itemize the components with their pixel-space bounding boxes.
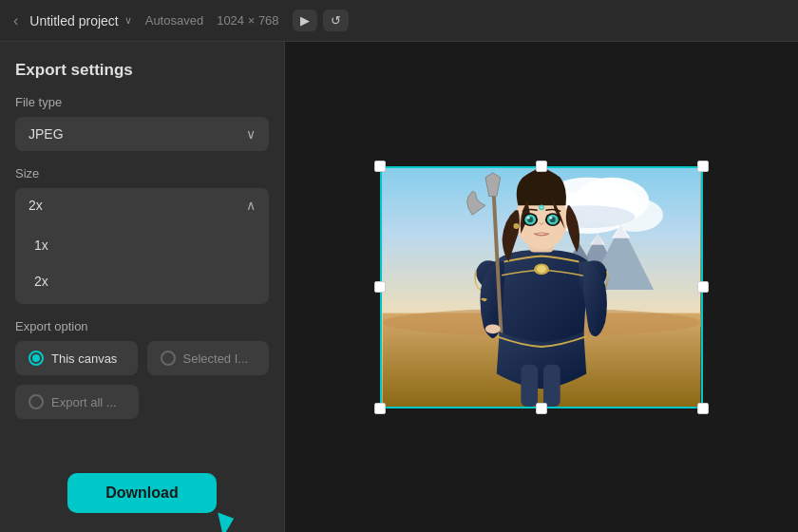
file-type-label: File type	[15, 95, 269, 109]
size-option-2x[interactable]: 2x	[21, 264, 263, 298]
handle-bottom-right[interactable]	[697, 403, 709, 414]
file-type-group: File type JPEG ∨	[15, 95, 269, 151]
size-group: Size 2x ∧ 1x 2x	[15, 166, 269, 304]
play-button[interactable]: ▶	[293, 10, 317, 31]
export-option-group: Export option This canvas Selected I...	[15, 319, 269, 419]
canvas-image[interactable]	[380, 166, 703, 408]
this-canvas-radio[interactable]	[28, 351, 44, 366]
canvas-area	[285, 42, 798, 532]
handle-top-left[interactable]	[374, 161, 386, 172]
svg-point-22	[527, 216, 530, 218]
download-button[interactable]: Download	[67, 473, 216, 513]
svg-point-32	[485, 324, 501, 333]
reset-button[interactable]: ↺	[323, 10, 349, 31]
svg-rect-30	[521, 364, 538, 406]
autosaved-badge: Autosaved	[145, 13, 203, 28]
export-bottom-row: Export all ...	[15, 385, 269, 419]
export-all-label: Export all ...	[51, 395, 117, 409]
this-canvas-label: This canvas	[51, 352, 117, 366]
option-selected[interactable]: Selected I...	[147, 341, 270, 375]
export-panel: Export settings File type JPEG ∨ Size 2x…	[0, 42, 285, 532]
resolution-badge: 1024 × 768	[217, 13, 278, 28]
handle-bottom-mid[interactable]	[536, 403, 547, 414]
back-chevron[interactable]: ‹	[8, 9, 24, 33]
size-options-list: 1x 2x	[15, 222, 269, 304]
top-bar-left: ‹ Untitled project ∨ Autosaved 1024 × 76…	[8, 9, 349, 33]
size-dropdown[interactable]: 2x ∧ 1x 2x	[15, 188, 269, 304]
project-dropdown-icon[interactable]: ∨	[124, 14, 132, 27]
export-top-row: This canvas Selected I...	[15, 341, 269, 375]
handle-mid-right[interactable]	[697, 281, 709, 293]
export-all-radio[interactable]	[28, 394, 44, 409]
top-bar-actions: ▶ ↺	[293, 10, 349, 31]
download-area: Download	[15, 473, 269, 513]
file-type-value: JPEG	[28, 126, 64, 142]
project-name: Untitled project	[29, 13, 118, 28]
option-this-canvas[interactable]: This canvas	[15, 341, 138, 375]
size-dropdown-trigger[interactable]: 2x ∧	[15, 188, 269, 222]
export-option-label: Export option	[15, 319, 269, 333]
size-option-1x[interactable]: 1x	[21, 228, 263, 262]
svg-rect-31	[543, 364, 560, 406]
size-chevron-icon: ∧	[246, 198, 256, 213]
top-bar: ‹ Untitled project ∨ Autosaved 1024 × 76…	[0, 0, 798, 42]
export-options: This canvas Selected I... Export all ...	[15, 341, 269, 419]
svg-point-26	[549, 216, 552, 218]
handle-top-right[interactable]	[697, 161, 709, 172]
size-label: Size	[15, 166, 269, 180]
image-frame	[380, 166, 703, 408]
handle-mid-left[interactable]	[374, 281, 386, 293]
main-content: Export settings File type JPEG ∨ Size 2x…	[0, 42, 798, 532]
handle-bottom-left[interactable]	[374, 403, 386, 414]
svg-point-14	[537, 265, 546, 273]
cursor-icon	[211, 513, 234, 532]
selected-label: Selected I...	[183, 352, 249, 366]
selected-radio[interactable]	[161, 351, 176, 366]
panel-title: Export settings	[15, 61, 269, 80]
svg-point-18	[535, 177, 558, 192]
svg-point-29	[513, 223, 519, 229]
file-type-chevron-icon: ∨	[246, 126, 256, 142]
handle-top-mid[interactable]	[536, 161, 547, 172]
file-type-dropdown[interactable]: JPEG ∨	[15, 117, 269, 151]
svg-point-28	[541, 205, 543, 208]
size-value: 2x	[28, 198, 43, 213]
option-export-all[interactable]: Export all ...	[15, 385, 139, 419]
this-canvas-radio-inner	[32, 354, 40, 362]
